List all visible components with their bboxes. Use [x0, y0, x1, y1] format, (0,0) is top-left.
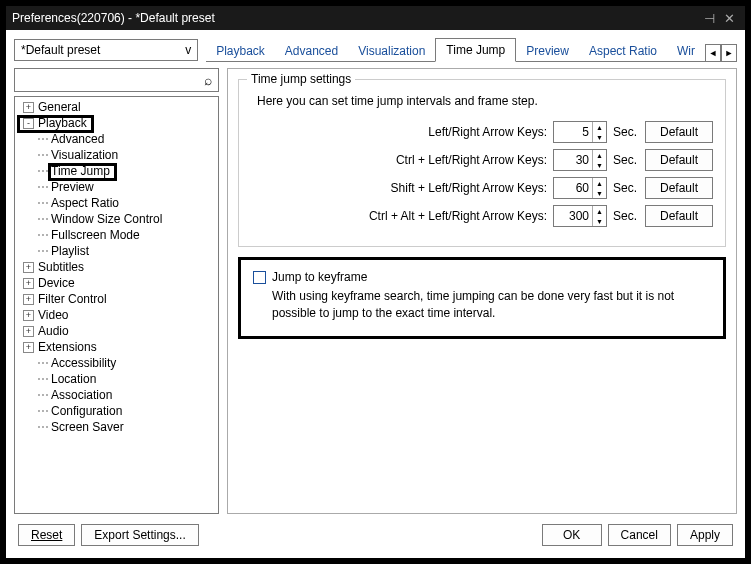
tree-item[interactable]: ⋯Screen Saver: [15, 419, 218, 435]
default-button[interactable]: Default: [645, 149, 713, 171]
default-button[interactable]: Default: [645, 121, 713, 143]
tab-scroll-right[interactable]: ►: [721, 44, 737, 62]
keyframe-desc: With using keyframe search, time jumping…: [272, 288, 711, 322]
group-legend: Time jump settings: [247, 72, 355, 86]
tree-label: Filter Control: [38, 292, 107, 306]
tree-item[interactable]: +Filter Control: [15, 291, 218, 307]
tree-label: Window Size Control: [51, 212, 162, 226]
tree-label: Association: [51, 388, 112, 402]
search-icon[interactable]: ⌕: [204, 72, 214, 88]
interval-row: Left/Right Arrow Keys:▲▼Sec.Default: [251, 118, 713, 146]
tab-preview[interactable]: Preview: [516, 40, 579, 62]
ok-button[interactable]: OK: [542, 524, 602, 546]
row-label: Shift + Left/Right Arrow Keys:: [391, 181, 547, 195]
spin-up[interactable]: ▲: [592, 150, 606, 160]
titlebar: Preferences(220706) - *Default preset ⊣ …: [6, 6, 745, 30]
unit-label: Sec.: [613, 209, 639, 223]
unit-label: Sec.: [613, 181, 639, 195]
interval-input[interactable]: ▲▼: [553, 205, 607, 227]
unit-label: Sec.: [613, 153, 639, 167]
tree-label: Visualization: [51, 148, 118, 162]
tree-item[interactable]: +General: [15, 99, 218, 115]
tree-label: Device: [38, 276, 75, 290]
keyframe-checkbox[interactable]: Jump to keyframe: [253, 270, 711, 284]
tab-bar: PlaybackAdvancedVisualizationTime JumpPr…: [206, 38, 737, 62]
default-button[interactable]: Default: [645, 177, 713, 199]
tree-label: Advanced: [51, 132, 104, 146]
tab-scroll: ◄ ►: [705, 44, 737, 62]
spin-down[interactable]: ▼: [592, 216, 606, 226]
tree-label: Fullscreen Mode: [51, 228, 140, 242]
row-label: Ctrl + Alt + Left/Right Arrow Keys:: [369, 209, 547, 223]
interval-input[interactable]: ▲▼: [553, 121, 607, 143]
chevron-down-icon: v: [185, 43, 191, 57]
interval-value[interactable]: [554, 209, 592, 223]
tree-label: Accessibility: [51, 356, 116, 370]
interval-input[interactable]: ▲▼: [553, 149, 607, 171]
time-jump-group: Time jump settings Here you can set time…: [238, 79, 726, 247]
tree-item[interactable]: ⋯Location: [15, 371, 218, 387]
default-button[interactable]: Default: [645, 205, 713, 227]
close-icon[interactable]: ✕: [719, 11, 739, 26]
tree-item[interactable]: ⋯Accessibility: [15, 355, 218, 371]
interval-value[interactable]: [554, 153, 592, 167]
search-input[interactable]: [19, 73, 204, 87]
tree-label: Subtitles: [38, 260, 84, 274]
keyframe-box: Jump to keyframe With using keyframe sea…: [238, 257, 726, 339]
interval-row: Shift + Left/Right Arrow Keys:▲▼Sec.Defa…: [251, 174, 713, 202]
footer: Reset Export Settings... OK Cancel Apply: [14, 520, 737, 550]
tree-item[interactable]: -Playback: [15, 115, 218, 131]
preset-select[interactable]: *Default preset v: [14, 39, 198, 61]
search-box[interactable]: ⌕: [14, 68, 219, 92]
tab-advanced[interactable]: Advanced: [275, 40, 348, 62]
spin-up[interactable]: ▲: [592, 122, 606, 132]
preset-value: *Default preset: [21, 43, 185, 57]
interval-input[interactable]: ▲▼: [553, 177, 607, 199]
tree-item[interactable]: +Device: [15, 275, 218, 291]
tree-label: Audio: [38, 324, 69, 338]
row-label: Ctrl + Left/Right Arrow Keys:: [396, 153, 547, 167]
interval-value[interactable]: [554, 181, 592, 195]
tree-label: Aspect Ratio: [51, 196, 119, 210]
tree-item[interactable]: ⋯Advanced: [15, 131, 218, 147]
tree-item[interactable]: ⋯Visualization: [15, 147, 218, 163]
tree-item[interactable]: ⋯Time Jump: [15, 163, 218, 179]
export-button[interactable]: Export Settings...: [81, 524, 198, 546]
spin-down[interactable]: ▼: [592, 160, 606, 170]
tab-playback[interactable]: Playback: [206, 40, 275, 62]
tab-time-jump[interactable]: Time Jump: [435, 38, 516, 62]
spin-down[interactable]: ▼: [592, 132, 606, 142]
tab-wir[interactable]: Wir: [667, 40, 705, 62]
interval-value[interactable]: [554, 125, 592, 139]
tree-item[interactable]: +Video: [15, 307, 218, 323]
cancel-button[interactable]: Cancel: [608, 524, 671, 546]
keyframe-label: Jump to keyframe: [272, 270, 367, 284]
tree-label: Playback: [38, 116, 87, 130]
row-label: Left/Right Arrow Keys:: [428, 125, 547, 139]
pin-icon[interactable]: ⊣: [699, 11, 719, 26]
tab-scroll-left[interactable]: ◄: [705, 44, 721, 62]
tree-item[interactable]: ⋯Aspect Ratio: [15, 195, 218, 211]
tree-label: Playlist: [51, 244, 89, 258]
tree-item[interactable]: ⋯Playlist: [15, 243, 218, 259]
tab-aspect-ratio[interactable]: Aspect Ratio: [579, 40, 667, 62]
apply-button[interactable]: Apply: [677, 524, 733, 546]
tree-label: Extensions: [38, 340, 97, 354]
spin-up[interactable]: ▲: [592, 178, 606, 188]
reset-button[interactable]: Reset: [18, 524, 75, 546]
spin-down[interactable]: ▼: [592, 188, 606, 198]
tab-visualization[interactable]: Visualization: [348, 40, 435, 62]
tree-item[interactable]: ⋯Association: [15, 387, 218, 403]
tree-item[interactable]: +Subtitles: [15, 259, 218, 275]
tree-item[interactable]: ⋯Preview: [15, 179, 218, 195]
tree-label: Video: [38, 308, 68, 322]
tree-item[interactable]: +Audio: [15, 323, 218, 339]
preferences-window: Preferences(220706) - *Default preset ⊣ …: [5, 5, 746, 559]
interval-row: Ctrl + Alt + Left/Right Arrow Keys:▲▼Sec…: [251, 202, 713, 230]
tree-item[interactable]: ⋯Fullscreen Mode: [15, 227, 218, 243]
tree-item[interactable]: ⋯Configuration: [15, 403, 218, 419]
tree-item[interactable]: +Extensions: [15, 339, 218, 355]
category-tree[interactable]: +General-Playback⋯Advanced⋯Visualization…: [14, 96, 219, 514]
tree-item[interactable]: ⋯Window Size Control: [15, 211, 218, 227]
spin-up[interactable]: ▲: [592, 206, 606, 216]
